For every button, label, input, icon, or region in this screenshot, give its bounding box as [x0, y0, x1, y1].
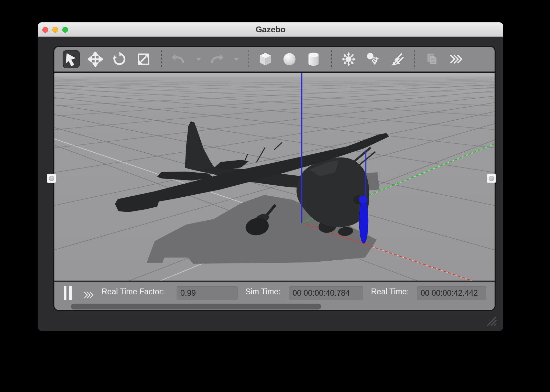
sphere-button[interactable] — [281, 50, 298, 68]
titlebar: Gazebo — [38, 22, 503, 37]
spot-light-button[interactable] — [364, 50, 381, 68]
scale-icon — [136, 52, 151, 67]
rtf-label: Real Time Factor: — [102, 287, 164, 296]
translate-icon — [88, 52, 103, 67]
toolbar — [54, 47, 495, 72]
point-light-icon — [341, 52, 356, 67]
undo-dropdown-button[interactable] — [194, 50, 203, 68]
undo-icon — [171, 52, 186, 67]
point-light-button[interactable] — [340, 50, 357, 68]
copy-button[interactable] — [423, 50, 441, 68]
redo-icon — [209, 52, 224, 67]
select-arrow-button[interactable] — [63, 50, 80, 68]
select-arrow-icon — [64, 52, 79, 67]
left-splitter-handle[interactable] — [47, 174, 56, 183]
scale-button[interactable] — [135, 50, 152, 68]
directional-light-icon — [389, 52, 404, 67]
expand-chevron-icon[interactable] — [83, 291, 95, 301]
sphere-icon — [282, 52, 297, 67]
resize-grip-icon[interactable] — [483, 313, 497, 326]
undo-dropdown-icon — [195, 56, 202, 63]
spot-light-icon — [365, 52, 380, 67]
toolbar-separator — [414, 50, 415, 68]
gazebo-window: Gazebo — [38, 22, 503, 331]
redo-dropdown-button[interactable] — [232, 50, 241, 68]
real-time-field[interactable]: 00 00:00:42.442 — [417, 286, 486, 300]
real-time-label: Real Time: — [371, 287, 409, 296]
cylinder-icon — [306, 52, 321, 67]
toolbar-separator — [331, 50, 332, 68]
toolbar-separator — [248, 50, 248, 68]
rtf-field[interactable]: 0.99 — [177, 286, 238, 300]
copy-icon — [424, 52, 440, 67]
more-chevrons-icon — [448, 52, 464, 67]
propeller — [359, 198, 368, 243]
redo-button[interactable] — [208, 50, 225, 68]
right-splitter-handle[interactable] — [487, 174, 496, 183]
main-panel: Real Time Factor: 0.99 Sim Time: 00 00:0… — [53, 46, 496, 311]
pause-icon — [64, 286, 66, 300]
undo-button[interactable] — [170, 50, 187, 68]
rotate-icon — [112, 52, 127, 67]
directional-light-button[interactable] — [388, 50, 405, 68]
pause-button[interactable] — [63, 286, 74, 301]
sim-time-field[interactable]: 00 00:00:40.784 — [289, 286, 363, 300]
window-title: Gazebo — [38, 22, 503, 37]
toolbar-separator — [161, 50, 162, 68]
cylinder-button[interactable] — [305, 50, 322, 68]
scene-canvas[interactable] — [54, 73, 495, 281]
more-chevrons-button[interactable] — [447, 50, 465, 68]
playback-bar: Real Time Factor: 0.99 Sim Time: 00 00:0… — [54, 282, 495, 311]
cube-icon — [258, 52, 273, 67]
rotate-button[interactable] — [111, 50, 128, 68]
render-viewport[interactable] — [54, 73, 495, 281]
translate-button[interactable] — [87, 50, 104, 68]
cube-button[interactable] — [257, 50, 274, 68]
redo-dropdown-icon — [233, 56, 240, 63]
sim-time-label: Sim Time: — [245, 287, 281, 296]
horizontal-scrollbar-thumb[interactable] — [71, 304, 321, 309]
